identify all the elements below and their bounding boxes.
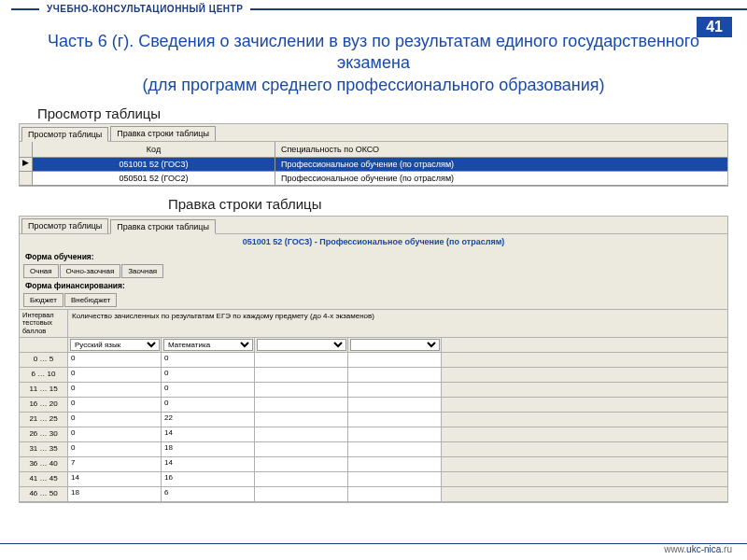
tab-view[interactable]: Просмотр таблицы: [21, 127, 108, 142]
tab-edit[interactable]: Правка строки таблицы: [110, 126, 216, 141]
subject-select-4[interactable]: [350, 339, 440, 351]
cell-value[interactable]: [255, 398, 348, 412]
cell-value[interactable]: 0: [68, 383, 162, 397]
topbar: УЧЕБНО-КОНСУЛЬТАЦИОННЫЙ ЦЕНТР: [0, 0, 747, 14]
form-education-label: Форма обучения:: [20, 249, 727, 264]
cell-value[interactable]: [348, 427, 442, 441]
footer-www: www.: [664, 544, 686, 554]
cell-value[interactable]: 0: [162, 353, 255, 367]
subject-select-4-wrap: [348, 338, 442, 352]
cell-value[interactable]: 0: [68, 398, 162, 412]
cell-range: 26 … 30: [20, 427, 68, 441]
cell-value[interactable]: [348, 472, 442, 486]
tab-budget[interactable]: Бюджет: [23, 293, 63, 307]
data-row: 0 … 500: [20, 353, 727, 368]
cell-value[interactable]: 0: [68, 368, 162, 382]
rowmarker-head: [20, 142, 33, 158]
col-interval-blank: [20, 338, 68, 352]
cell-range: 21 … 25: [20, 413, 68, 427]
cell-value[interactable]: [255, 368, 348, 382]
cell-range: 6 … 10: [20, 368, 68, 382]
table-row[interactable]: ▶ 051001 52 (ГОС3) Профессиональное обуч…: [20, 158, 727, 172]
cell-value[interactable]: 18: [68, 487, 162, 501]
footer-domain: ukc-nica: [686, 544, 721, 554]
topbar-label: УЧЕБНО-КОНСУЛЬТАЦИОННЫЙ ЦЕНТР: [47, 4, 243, 14]
tab-view-2[interactable]: Просмотр таблицы: [21, 218, 108, 233]
cell-code: 050501 52 (ГОС2): [33, 172, 275, 186]
cell-value[interactable]: [348, 383, 442, 397]
cell-value[interactable]: 14: [68, 472, 162, 486]
rule-left: [11, 8, 39, 10]
tab-fulltime[interactable]: Очная: [23, 264, 59, 278]
data-grid: Интервал тестовых баллов Количество зачи…: [20, 309, 727, 502]
cell-value[interactable]: 0: [162, 398, 255, 412]
tab-nonbudget[interactable]: Внебюджет: [64, 293, 117, 307]
cell-value[interactable]: [348, 398, 442, 412]
section-edit-label: Правка строки таблицы: [0, 196, 747, 212]
tab-parttime[interactable]: Очно-заочная: [60, 264, 121, 278]
row-marker: ▶: [20, 158, 33, 172]
cell-value[interactable]: [255, 353, 348, 367]
cell-value[interactable]: 0: [68, 413, 162, 427]
form-education-tabs: Очная Очно-заочная Заочная: [20, 264, 727, 278]
cell-value[interactable]: 16: [162, 472, 255, 486]
cell-value[interactable]: [348, 413, 442, 427]
cell-range: 0 … 5: [20, 353, 68, 367]
cell-value[interactable]: 22: [162, 413, 255, 427]
grid-head: Код Специальность по ОКСО: [20, 142, 727, 158]
cell-value[interactable]: [255, 413, 348, 427]
data-row: 46 … 50186: [20, 487, 727, 502]
cell-range: 16 … 20: [20, 398, 68, 412]
subject-select-1[interactable]: Русский язык: [70, 339, 160, 351]
data-row: 21 … 25022: [20, 413, 727, 427]
cell-value[interactable]: 0: [162, 383, 255, 397]
cell-value[interactable]: 0: [68, 442, 162, 456]
cell-value[interactable]: 14: [162, 427, 255, 441]
cell-range: 11 … 15: [20, 383, 68, 397]
tab-edit-2[interactable]: Правка строки таблицы: [110, 219, 216, 234]
col-interval-head: Интервал тестовых баллов: [20, 310, 68, 337]
data-row: 31 … 35018: [20, 442, 727, 457]
cell-value[interactable]: [255, 472, 348, 486]
cell-value[interactable]: 7: [68, 457, 162, 471]
page-number-badge: 41: [697, 17, 732, 37]
cell-value[interactable]: [348, 457, 442, 471]
col-head-spec: Специальность по ОКСО: [275, 142, 727, 158]
cell-value[interactable]: [255, 427, 348, 441]
cell-value[interactable]: [255, 457, 348, 471]
subject-select-1-wrap: Русский язык: [68, 338, 162, 352]
cell-value[interactable]: 14: [162, 457, 255, 471]
cell-spec: Профессиональное обучение (по отраслям): [275, 158, 727, 172]
data-row: 11 … 1500: [20, 383, 727, 398]
panel1-tabs: Просмотр таблицы Правка строки таблицы: [20, 124, 727, 142]
cell-value[interactable]: [348, 353, 442, 367]
cell-value[interactable]: [348, 487, 442, 501]
subject-select-2[interactable]: Математика: [163, 339, 253, 351]
cell-value[interactable]: 0: [162, 368, 255, 382]
cell-value[interactable]: [348, 442, 442, 456]
cell-range: 31 … 35: [20, 442, 68, 456]
cell-value[interactable]: [255, 442, 348, 456]
cell-range: 41 … 45: [20, 472, 68, 486]
section-view-label: Просмотр таблицы: [0, 105, 747, 121]
cell-value[interactable]: [348, 368, 442, 382]
page-title: Часть 6 (г). Сведения о зачислении в вуз…: [0, 14, 747, 104]
form-financing-label: Форма финансирования:: [20, 278, 727, 293]
subject-select-3-wrap: [255, 338, 348, 352]
cell-value[interactable]: [255, 383, 348, 397]
cell-value[interactable]: 0: [68, 427, 162, 441]
cell-code: 051001 52 (ГОС3): [33, 158, 275, 172]
form-financing-tabs: Бюджет Внебюджет: [20, 293, 727, 307]
table-row[interactable]: 050501 52 (ГОС2) Профессиональное обучен…: [20, 172, 727, 186]
data-caption: Количество зачисленных по результатам ЕГ…: [68, 310, 727, 337]
data-row: 41 … 451416: [20, 472, 727, 487]
panel2-tabs: Просмотр таблицы Правка строки таблицы: [20, 217, 727, 234]
cell-value[interactable]: 6: [162, 487, 255, 501]
subject-select-3[interactable]: [257, 339, 346, 351]
cell-value[interactable]: [255, 487, 348, 501]
cell-value[interactable]: 0: [68, 353, 162, 367]
title-line-1: Часть 6 (г). Сведения о зачислении в вуз…: [19, 31, 728, 75]
tab-distance[interactable]: Заочная: [121, 264, 163, 278]
data-row: 26 … 30014: [20, 427, 727, 442]
cell-value[interactable]: 18: [162, 442, 255, 456]
